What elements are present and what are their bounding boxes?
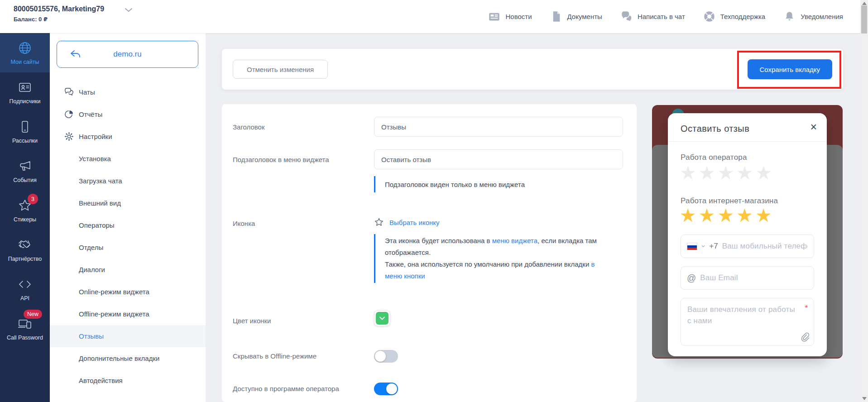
chat-icon <box>620 10 633 23</box>
cancel-changes-button[interactable]: Отменить изменения <box>233 60 328 79</box>
required-asterisk: * <box>805 304 808 313</box>
sidebar-item-events[interactable]: События <box>0 151 50 191</box>
id-card-icon <box>18 80 32 95</box>
title-input[interactable] <box>374 117 623 137</box>
hide-offline-toggle[interactable] <box>374 350 398 363</box>
rating-store-stars[interactable]: ★★★★★ <box>680 206 774 225</box>
document-icon <box>550 10 562 23</box>
sidebar-item-label: Подписчики <box>10 98 41 105</box>
widget-menu-link[interactable]: меню виджета <box>492 237 537 244</box>
sidebar-item-my-sites[interactable]: Мои сайты <box>0 33 50 72</box>
menu-item-offline-mode[interactable]: Offline-режим виджета <box>50 303 206 325</box>
menu-item-label: Настройки <box>79 133 112 140</box>
sidebar-item-api[interactable]: API <box>0 269 50 309</box>
call-password-new-badge: New <box>24 310 42 319</box>
operator-app-toggle[interactable] <box>374 383 398 395</box>
subtitle-input[interactable] <box>374 149 623 169</box>
sidebar-item-label: Мои сайты <box>11 59 39 65</box>
balance-label: Баланс: 0 ₽ <box>14 16 132 23</box>
code-icon <box>18 277 32 292</box>
email-placeholder: Ваш Email <box>700 273 738 282</box>
sidebar-item-label: Call Password <box>7 335 43 341</box>
menu-item-departments[interactable]: Отделы <box>50 236 206 258</box>
rating-operator-stars[interactable]: ★★★★★ <box>680 164 774 182</box>
account-selector[interactable]: 80005015576, Marketing79 Баланс: 0 ₽ <box>14 5 132 23</box>
sidebar-item-mailings[interactable]: Рассылки <box>0 112 50 151</box>
menu-item-installation[interactable]: Установка <box>50 148 206 170</box>
menu-item-operators[interactable]: Операторы <box>50 214 206 236</box>
nav-write-chat-label: Написать в чат <box>638 13 685 20</box>
menu-item-extra-tabs[interactable]: Дополнительные вкладки <box>50 347 206 369</box>
menu-item-auto-actions[interactable]: Автодействия <box>50 369 206 392</box>
nav-documents[interactable]: Документы <box>550 10 602 23</box>
sidebar-item-label: События <box>13 177 37 183</box>
choose-icon-link[interactable]: Выбрать иконку <box>374 217 440 227</box>
app-sidebar: Мои сайты Подписчики Рассылки События 3 … <box>0 33 50 402</box>
hide-offline-label: Скрывать в Offline-режиме <box>233 352 317 360</box>
handshake-icon <box>18 238 32 252</box>
nav-support[interactable]: Техподдержка <box>703 10 765 23</box>
operator-app-label: Доступно в программе оператора <box>233 385 339 392</box>
icon-color-picker[interactable] <box>374 310 390 326</box>
scrollbar-thumb[interactable] <box>861 5 867 34</box>
lifebuoy-icon <box>703 10 715 23</box>
nav-news[interactable]: Новости <box>488 10 532 23</box>
sidebar-item-stickers[interactable]: 3 Стикеры <box>0 191 50 230</box>
russia-flag-icon <box>687 243 697 250</box>
menu-item-reviews[interactable]: Отзывы <box>50 325 206 347</box>
menu-item-label: Загрузка чата <box>79 177 122 185</box>
menu-item-label: Чаты <box>79 88 95 96</box>
bell-icon <box>783 10 796 23</box>
actions-toolbar: Отменить изменения Сохранить вкладку <box>222 49 843 90</box>
menu-item-reports[interactable]: Отчёты <box>50 103 206 125</box>
icon-note-text: Эта иконка будет использована в <box>385 237 492 244</box>
stickers-count-badge: 3 <box>28 194 38 204</box>
news-icon <box>488 10 500 23</box>
email-field[interactable]: @ Ваш Email <box>681 266 814 290</box>
menu-item-label: Операторы <box>79 221 115 229</box>
nav-documents-label: Документы <box>567 13 602 20</box>
site-selector[interactable]: demo.ru <box>57 41 198 68</box>
save-tab-button[interactable]: Сохранить вкладку <box>748 59 832 79</box>
main-content: Отменить изменения Сохранить вкладку Заг… <box>206 33 860 402</box>
megaphone-icon <box>18 159 32 173</box>
menu-item-label: Отзывы <box>79 332 104 340</box>
icon-color-label: Цвет иконки <box>233 317 271 325</box>
menu-item-settings[interactable]: Настройки <box>50 125 206 148</box>
subtitle-note: Подзаголовок виден только в меню виджета <box>374 176 525 192</box>
menu-item-dialogs[interactable]: Диалоги <box>50 258 206 281</box>
paperclip-icon[interactable] <box>801 332 809 342</box>
close-icon[interactable]: × <box>810 120 817 134</box>
menu-item-label: Установка <box>79 155 111 163</box>
title-field-label: Заголовок <box>233 123 265 131</box>
nav-notifications[interactable]: Уведомления <box>783 10 843 23</box>
nav-notifications-label: Уведомления <box>801 13 843 20</box>
phone-field[interactable]: +7 Ваш мобильный телефон <box>681 234 814 258</box>
browser-scrollbar[interactable] <box>860 0 868 402</box>
sidebar-item-subscribers[interactable]: Подписчики <box>0 72 50 112</box>
pie-chart-icon <box>64 110 74 119</box>
menu-item-label: Отделы <box>79 244 103 251</box>
account-id-name: 80005015576, Marketing79 <box>14 5 104 13</box>
menu-item-label: Внешний вид <box>79 199 121 207</box>
tab-settings-form: Заголовок Подзаголовок в меню виджета По… <box>222 104 637 402</box>
chevron-down-icon[interactable] <box>125 8 132 12</box>
sidebar-item-label: API <box>20 295 29 302</box>
sidebar-item-call-password[interactable]: New Call Password <box>0 309 50 348</box>
menu-item-label: Диалоги <box>79 266 105 273</box>
message-field[interactable]: Ваши впечатления от работы с нами * <box>681 298 814 346</box>
scroll-down-arrow[interactable] <box>862 397 867 400</box>
menu-item-online-mode[interactable]: Online-режим виджета <box>50 281 206 303</box>
scroll-up-arrow[interactable] <box>862 2 867 5</box>
menu-item-appearance[interactable]: Внешний вид <box>50 192 206 214</box>
sidebar-item-partnership[interactable]: Партнёрство <box>0 230 50 269</box>
menu-item-chats[interactable]: Чаты <box>50 81 206 103</box>
choose-icon-label: Выбрать иконку <box>389 219 440 226</box>
sidebar-item-label: Партнёрство <box>8 256 42 262</box>
globe-icon <box>18 41 32 55</box>
sidebar-item-label: Рассылки <box>12 138 38 144</box>
nav-write-chat[interactable]: Написать в чат <box>620 10 685 23</box>
top-header: 80005015576, Marketing79 Баланс: 0 ₽ Нов… <box>0 0 868 33</box>
nav-support-label: Техподдержка <box>720 13 765 20</box>
menu-item-chat-loading[interactable]: Загрузка чата <box>50 170 206 192</box>
